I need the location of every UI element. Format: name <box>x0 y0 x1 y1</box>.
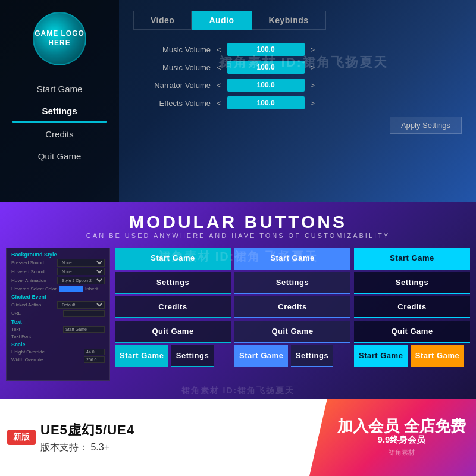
ep-url-row: URL <box>11 310 105 317</box>
top-section: GAME LOGOHERE Start Game Settings Credit… <box>0 0 476 202</box>
bottom-sub-text: 版本支持： 5.3+ <box>40 441 134 454</box>
settings-row-0: Music Volume < 100.0 > <box>133 43 462 56</box>
promo-sub-text: 9.9终身会员 <box>337 434 465 446</box>
settings-panel: Video Audio Keybinds Music Volume < 100.… <box>119 0 476 202</box>
logo-circle: GAME LOGOHERE <box>33 12 86 65</box>
row-label-2: Narrator Volume <box>133 81 211 90</box>
btn-col1-settings[interactable]: Settings <box>115 272 231 294</box>
btn-col3-start-game[interactable]: Start Game <box>354 248 470 270</box>
btn-col1-credits[interactable]: Credits <box>115 296 231 318</box>
ep-height-row: Height Override <box>11 349 105 355</box>
bottom-main-text: UE5虚幻5/UE4 <box>40 421 134 439</box>
tab-keybinds[interactable]: Keybinds <box>252 11 326 30</box>
ep-scale-section-title[interactable]: Scale <box>11 342 105 347</box>
ep-hovered-sound-select[interactable]: None <box>57 268 105 275</box>
ep-text-input[interactable] <box>63 326 105 333</box>
slider-bar-0[interactable]: 100.0 <box>227 43 305 56</box>
btn-col2-settings-2[interactable]: Settings <box>291 345 333 367</box>
promo-content: 加入会员 全店免费 9.9终身会员 裙角素材 <box>320 418 465 458</box>
promo-main-text: 加入会员 全店免费 <box>337 418 465 435</box>
btn-col-2: Start Game Settings Credits Quit Game St… <box>234 248 350 381</box>
ep-width-input[interactable] <box>84 356 105 363</box>
btn-col1-quit-game[interactable]: Quit Game <box>115 321 231 343</box>
ep-height-input[interactable] <box>84 349 105 355</box>
bottom-right-promo[interactable]: 加入会员 全店免费 9.9终身会员 裙角素材 <box>309 399 476 476</box>
settings-row-1: Music Volume < 100.0 > <box>133 61 462 74</box>
ep-text-label: Text <box>11 327 20 332</box>
btn-col2-partial: Start Game Settings <box>234 345 350 381</box>
btn-col3-quit-game[interactable]: Quit Game <box>354 321 470 343</box>
btn-col1-settings-2[interactable]: Settings <box>171 345 214 367</box>
btn-col3-start-game-2[interactable]: Start Game <box>354 345 408 367</box>
ep-clicked-action-select[interactable]: Default <box>57 301 105 309</box>
btn-col2-credits[interactable]: Credits <box>234 296 350 318</box>
slider-left-3[interactable]: < <box>217 99 221 108</box>
button-columns: Start Game Settings Credits Quit Game St… <box>110 248 470 381</box>
settings-row-2: Narrator Volume < 100.0 > <box>133 79 462 92</box>
ep-color-box[interactable] <box>59 286 83 292</box>
ep-inherit-label: Inherit <box>85 286 98 292</box>
settings-tabs: Video Audio Keybinds <box>133 11 462 30</box>
slider-left-0[interactable]: < <box>217 45 221 54</box>
btn-col2-start-game-2[interactable]: Start Game <box>234 345 288 367</box>
modular-title-text: MODULAR BUTTONS <box>0 212 476 232</box>
settings-rows: Music Volume < 100.0 > Music Volume < 10… <box>133 43 462 109</box>
ep-clicked-event-title[interactable]: Clicked Event <box>11 294 105 300</box>
slider-right-0[interactable]: > <box>311 45 315 54</box>
ep-hover-anim-select[interactable]: Style 2 Option 2 <box>57 277 105 284</box>
slider-bar-3[interactable]: 100.0 <box>227 96 305 109</box>
btn-col3-credits[interactable]: Credits <box>354 296 470 318</box>
bottom-left: UE5虚幻5/UE4 版本支持： 5.3+ <box>40 399 134 476</box>
ep-text-section-title[interactable]: Text <box>11 319 105 325</box>
modular-subtitle: CAN BE USED ANYWHERE AND HAVE TONS OF CU… <box>0 232 476 239</box>
editor-panel: Background Style Pressed Sound None Hove… <box>6 248 110 381</box>
sidebar-item-quit-game[interactable]: Quit Game <box>12 146 107 167</box>
ep-hover-anim-label: Hover Animation <box>11 278 46 283</box>
watermark-middle-bottom: 裙角素材 ID:裙角飞扬夏天 <box>0 386 476 396</box>
slider-left-1[interactable]: < <box>217 63 221 72</box>
btn-col2-settings[interactable]: Settings <box>234 272 350 294</box>
slider-bar-1[interactable]: 100.0 <box>227 61 305 74</box>
ep-bg-style-section: Background Style Pressed Sound None Hove… <box>11 252 105 292</box>
btn-col3-settings-2[interactable]: Start Game <box>411 345 464 367</box>
ep-hover-anim-row: Hover Animation Style 2 Option 2 <box>11 277 105 284</box>
row-label-3: Effects Volume <box>133 99 211 108</box>
ep-font-row: Text Font <box>11 334 105 339</box>
ep-pressed-sound-row: Pressed Sound None <box>11 259 105 267</box>
apply-settings-button[interactable]: Apply Settings <box>390 117 462 134</box>
ep-scale-section: Scale Height Override Width Override <box>11 342 105 363</box>
ep-hover-select-label: Hovered Select Color <box>11 286 57 292</box>
slider-value-1: 100.0 <box>257 63 275 71</box>
promo-watermark: 裙角素材 <box>337 448 465 457</box>
slider-bar-2[interactable]: 100.0 <box>227 79 305 92</box>
sidebar-item-credits[interactable]: Credits <box>12 124 107 145</box>
ep-width-row: Width Override <box>11 356 105 363</box>
slider-value-3: 100.0 <box>257 99 275 107</box>
btn-col1-start-game-2[interactable]: Start Game <box>115 345 168 367</box>
middle-section: MODULAR BUTTONS CAN BE USED ANYWHERE AND… <box>0 202 476 399</box>
btn-col2-quit-game[interactable]: Quit Game <box>234 321 350 343</box>
btn-col3-settings[interactable]: Settings <box>354 272 470 294</box>
slider-left-2[interactable]: < <box>217 81 221 90</box>
ep-pressed-sound-label: Pressed Sound <box>11 260 44 265</box>
tab-video[interactable]: Video <box>133 11 192 30</box>
btn-col2-start-game[interactable]: Start Game <box>234 248 350 270</box>
ep-clicked-action-label: Clicked Action <box>11 302 41 308</box>
slider-right-1[interactable]: > <box>311 63 315 72</box>
btn-col1-start-game[interactable]: Start Game <box>115 248 231 270</box>
ep-url-input[interactable] <box>63 310 105 317</box>
slider-right-3[interactable]: > <box>311 99 315 108</box>
ep-font-label: Text Font <box>11 334 31 339</box>
middle-content: Background Style Pressed Sound None Hove… <box>0 243 476 386</box>
ep-bg-style-title[interactable]: Background Style <box>11 252 105 258</box>
btn-col1-partial: Start Game Settings <box>115 345 231 381</box>
ep-pressed-sound-select[interactable]: None <box>57 259 105 267</box>
slider-right-2[interactable]: > <box>311 81 315 90</box>
sidebar-item-settings[interactable]: Settings <box>12 101 107 123</box>
sidebar-item-start-game[interactable]: Start Game <box>12 79 107 99</box>
btn-col3-partial: Start Game Start Game <box>354 345 470 381</box>
row-label-0: Music Volume <box>133 45 211 54</box>
ep-color-row: Hovered Select Color Inherit <box>11 286 105 292</box>
ep-clicked-action-row: Clicked Action Default <box>11 301 105 309</box>
tab-audio[interactable]: Audio <box>192 11 251 30</box>
